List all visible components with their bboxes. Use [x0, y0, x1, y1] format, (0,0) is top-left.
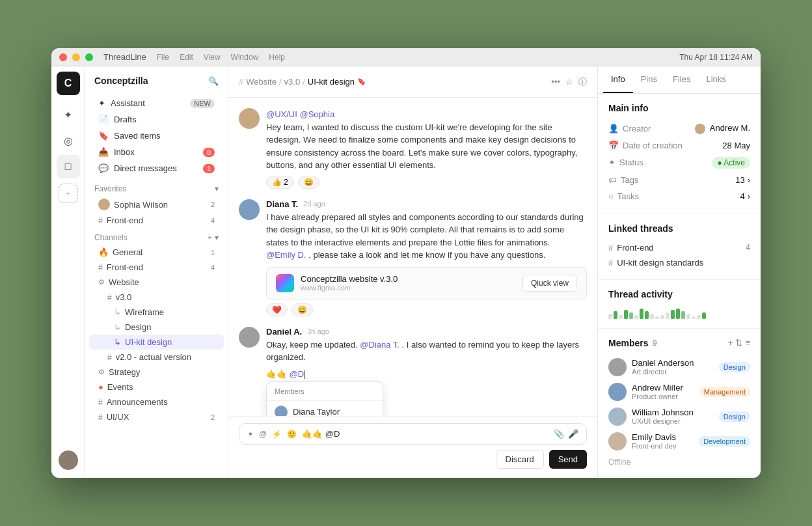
menu-help[interactable]: Help [269, 53, 285, 62]
member-row-andrew: Andrew Miller Product owner Management [608, 380, 750, 404]
channel-uiux[interactable]: # UI/UX 2 [89, 409, 224, 424]
sophia-badge: 2 [211, 201, 215, 208]
sidebar-item-inbox[interactable]: 📥 Inbox 8 [89, 144, 224, 160]
assistant-badge: NEW [190, 99, 215, 108]
channel-v3[interactable]: # v3.0 [89, 290, 224, 305]
menu-window[interactable]: Window [231, 53, 259, 62]
bar-1 [614, 311, 617, 319]
channel-uikit[interactable]: ↳ UI-kit design [89, 335, 224, 350]
channel-v2[interactable]: # v2.0 - actual version [89, 350, 224, 365]
popup-item-diana[interactable]: Diana Taylor [267, 401, 383, 416]
frontend-thread-count: 4 [746, 243, 750, 252]
sort-members-icon[interactable]: ⇅ [735, 338, 742, 348]
reaction-heart[interactable]: ❤️ [266, 303, 288, 316]
lightning-icon[interactable]: ⚡ [272, 430, 282, 439]
tasks-row[interactable]: ○ Tasks 4 › [608, 188, 750, 204]
hash-icon-lt1: # [608, 243, 613, 253]
channel-frontend[interactable]: # Front-end 4 [89, 260, 224, 275]
main-content: # Website / v3.0 / UI-kit design 🔖 ••• ☆… [228, 66, 598, 478]
assistant-icon-btn[interactable]: ✦ [57, 103, 80, 126]
message-input[interactable]: 🤙🤙 @D [302, 429, 548, 439]
more-icon[interactable]: ••• [551, 77, 560, 87]
menu-file[interactable]: File [157, 53, 169, 62]
sub-arrow-2: ↳ [114, 322, 121, 332]
direct-badge: 1 [203, 164, 215, 173]
sidebar: Conceptzilla 🔍 ✦ Assistant NEW 📄 Drafts … [85, 66, 228, 478]
reaction-thumbs[interactable]: 👍 2 [266, 176, 294, 189]
user-avatar[interactable] [59, 450, 78, 470]
hash-icon: # [98, 216, 103, 225]
william-role: UX/UI designer [632, 417, 714, 425]
message-row: Daniel A. 3h ago Okay, keep me updated. … [239, 327, 587, 417]
add-member-icon[interactable]: + [728, 338, 733, 348]
menu-view[interactable]: View [204, 53, 221, 62]
msg1-content: @UX/UI @Sophia Hey team, I wanted to dis… [266, 108, 587, 189]
channel-general[interactable]: 🔥 General 1 [89, 245, 224, 260]
emoji-icon[interactable]: 🙂 [287, 430, 297, 439]
search-icon[interactable]: 🔍 [208, 76, 219, 86]
breadcrumb-hash: # [239, 77, 243, 87]
sparkle-icon[interactable]: ✦ [247, 430, 254, 439]
sub-arrow-1: ↳ [114, 307, 121, 317]
sidebar-item-drafts[interactable]: 📄 Drafts [89, 111, 224, 128]
mic-icon[interactable]: 🎤 [568, 429, 578, 439]
tab-pins[interactable]: Pins [633, 66, 665, 93]
tab-links[interactable]: Links [698, 66, 733, 93]
filter-members-icon[interactable]: ≡ [745, 338, 750, 348]
bar-14 [681, 311, 685, 319]
arrow-icon-2: › [748, 191, 750, 201]
channel-wireframe[interactable]: ↳ Wireframe [89, 305, 224, 320]
bookmark-icon: 🔖 [357, 77, 366, 86]
panel-tabs: Info Pins Files Links [598, 66, 761, 94]
sidebar-item-saved[interactable]: 🔖 Saved items [89, 128, 224, 144]
daniel-tag: Design [719, 362, 750, 372]
menu-edit[interactable]: Edit [180, 53, 193, 62]
tasks-value: 4 › [740, 191, 750, 201]
channel-announcements[interactable]: # Announcements [89, 394, 224, 409]
favorites-item-frontend[interactable]: # Front-end 4 [89, 213, 224, 228]
reaction-smile-2[interactable]: 😄 [291, 303, 313, 316]
sidebar-item-assistant[interactable]: ✦ Assistant NEW [89, 95, 224, 111]
activity-bars [608, 306, 750, 319]
linked-thread-frontend[interactable]: # Front-end 4 [608, 240, 750, 255]
history-icon-btn[interactable]: ◎ [57, 129, 80, 152]
inbox-icon: 📥 [98, 147, 109, 157]
star-icon[interactable]: ☆ [565, 77, 573, 87]
emily-name: Emily Davis [632, 432, 694, 442]
bar-3 [624, 310, 628, 319]
tags-row[interactable]: 🏷 Tags 13 › [608, 172, 750, 188]
send-button[interactable]: Send [549, 450, 587, 469]
favorites-chevron[interactable]: ▾ [215, 184, 219, 193]
add-channel-icon[interactable]: + [208, 233, 212, 242]
info-icon[interactable]: ⓘ [578, 76, 587, 88]
discard-button[interactable]: Discard [496, 450, 544, 469]
bar-10 [660, 315, 664, 319]
linked-thread-uikit[interactable]: # UI-kit design standards [608, 255, 750, 270]
channel-events[interactable]: ● Events [89, 380, 224, 394]
notes-icon-btn[interactable]: □ [57, 155, 80, 178]
tags-value: 13 › [735, 175, 750, 185]
maximize-button[interactable] [85, 53, 93, 61]
favorites-item-sophia[interactable]: Sophia Wilson 2 [89, 196, 224, 213]
messages-area: @UX/UI @Sophia Hey team, I wanted to dis… [228, 98, 597, 416]
channels-chevron[interactable]: ▾ [215, 233, 219, 242]
msg1-reactions: 👍 2 😄 [266, 176, 587, 189]
add-workspace-button[interactable]: + [59, 184, 78, 203]
quick-view-button[interactable]: Qiuck view [522, 275, 577, 292]
reaction-smile[interactable]: 😄 [298, 176, 319, 189]
william-name: William Johnson [632, 408, 714, 417]
at-icon[interactable]: @ [259, 430, 267, 439]
icon-bar: C ✦ ◎ □ + [51, 66, 85, 478]
channel-design[interactable]: ↳ Design [89, 320, 224, 335]
close-button[interactable] [59, 53, 67, 61]
attach-icon[interactable]: 📎 [554, 429, 564, 439]
bar-17 [697, 315, 701, 319]
minimize-button[interactable] [72, 53, 80, 61]
tab-files[interactable]: Files [665, 66, 698, 93]
workspace-logo[interactable]: C [57, 72, 80, 95]
channel-strategy[interactable]: ⚙ Strategy [89, 365, 224, 380]
message-row: @UX/UI @Sophia Hey team, I wanted to dis… [239, 108, 587, 189]
tab-info[interactable]: Info [603, 66, 633, 93]
sidebar-item-direct[interactable]: 💬 Direct messages 1 [89, 160, 224, 176]
channel-website[interactable]: ⚙ Website [89, 275, 224, 290]
